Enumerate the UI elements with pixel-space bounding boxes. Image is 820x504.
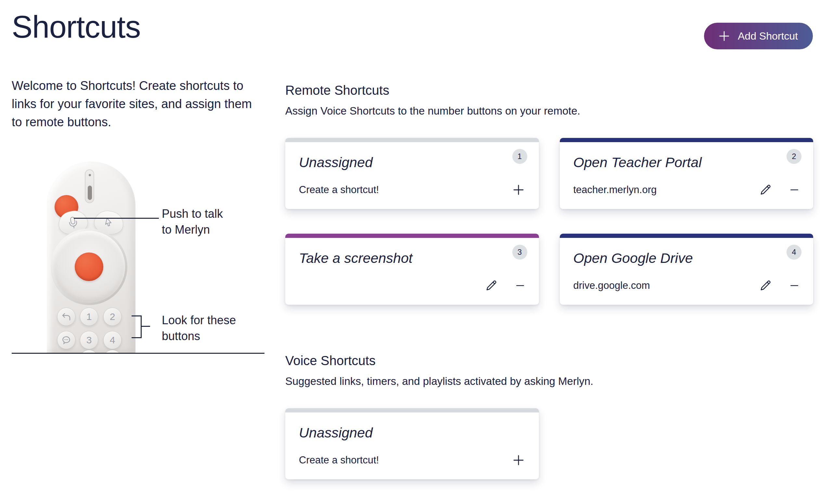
remote-button-1-label: 1 [86,311,92,322]
remove-shortcut-button[interactable] [789,185,800,195]
push-to-talk-pointer-line [74,218,159,219]
push-to-talk-line2: to Merlyn [162,222,223,238]
remote-button-partial-left [80,350,98,354]
card-url-text: drive.google.com [573,280,650,291]
minus-icon [789,185,800,195]
card-accent-bar [560,234,814,238]
bracket-middle-arm [142,326,150,327]
remote-top-slot [85,169,94,203]
edit-shortcut-button[interactable] [759,183,772,197]
remote-button-partial-right [103,350,121,354]
push-to-talk-annotation: Push to talk to Merlyn [162,206,223,238]
card-actions [512,183,525,197]
card-footer: Create a shortcut! [299,182,525,198]
remote-back-button [57,308,75,326]
minus-icon [515,280,525,291]
plus-icon [512,453,525,467]
voice-shortcut-card-1: Unassigned Create a shortcut! [285,408,539,479]
card-number-badge: 2 [787,149,801,164]
look-for-buttons-line2: buttons [162,328,236,344]
shortcut-card-3: Take a screenshot 3 [285,234,539,305]
card-footer-text: Create a shortcut! [299,454,379,466]
remote-shortcuts-heading: Remote Shortcuts [285,83,813,98]
remote-illustration: 1 2 3 4 P [12,162,265,354]
remote-chat-button [57,331,75,349]
remote-button-3-label: 3 [86,335,92,346]
page-title: Shortcuts [12,9,141,45]
shortcut-card-2: Open Teacher Portal 2 teacher.merlyn.org [560,138,814,209]
remote-select-button [75,252,103,281]
remote-button-1: 1 [80,308,98,326]
remove-shortcut-button[interactable] [515,280,525,291]
card-url-text: teacher.merlyn.org [573,184,657,196]
remote-dpad-ring [51,228,127,305]
remote-button-3: 3 [80,331,98,349]
edit-shortcut-button[interactable] [759,279,772,292]
card-footer [299,277,525,294]
bracket-vertical [141,315,142,338]
remote-led-dot [89,174,91,176]
bracket-bottom-arm [131,337,141,338]
minus-icon [789,280,800,291]
undo-arrow-icon [61,313,71,321]
push-to-talk-line1: Push to talk [162,206,223,222]
card-number-badge: 1 [512,149,527,164]
card-actions [759,279,800,292]
remove-shortcut-button[interactable] [789,280,800,291]
remote-shortcuts-subtitle: Assign Voice Shortcuts to the number but… [285,105,813,117]
remote-button-2-label: 2 [110,311,115,322]
card-title: Unassigned [299,425,503,441]
bracket-top-arm [131,315,141,316]
card-accent-bar [285,138,539,142]
card-footer-text: Create a shortcut! [299,184,379,196]
card-title: Take a screenshot [299,250,503,266]
plus-icon [512,183,525,197]
edit-shortcut-button[interactable] [484,279,498,292]
card-accent-bar [285,234,539,238]
shortcuts-page: Shortcuts Add Shortcut Welcome to Shortc… [0,0,820,504]
voice-shortcuts-grid: Unassigned Create a shortcut! [285,408,813,479]
voice-shortcuts-subtitle: Suggested links, timers, and playlists a… [285,375,813,387]
shortcuts-content: Remote Shortcuts Assign Voice Shortcuts … [285,83,813,479]
card-number-badge: 3 [512,245,527,260]
remote-dpad-dish [53,231,125,303]
remote-body: 1 2 3 4 [47,162,135,354]
look-for-buttons-line1: Look for these [162,312,236,328]
card-title: Unassigned [299,154,503,170]
remote-slider [88,186,92,200]
remote-button-2: 2 [103,308,121,326]
card-footer: teacher.merlyn.org [573,182,800,198]
pencil-icon [759,279,772,292]
remote-button-4: 4 [103,331,121,349]
voice-shortcuts-heading: Voice Shortcuts [285,353,813,368]
card-title: Open Google Drive [573,250,778,266]
shortcut-card-1: Unassigned 1 Create a shortcut! [285,138,539,209]
add-shortcut-label: Add Shortcut [738,30,798,42]
create-shortcut-button[interactable] [512,453,525,467]
chat-bubble-icon [61,335,71,345]
card-actions [484,279,525,292]
look-for-buttons-annotation: Look for these buttons [162,312,236,344]
card-accent-bar [560,138,814,142]
remote-button-4-label: 4 [110,335,115,346]
card-number-badge: 4 [787,245,801,260]
remote-shortcuts-grid: Unassigned 1 Create a shortcut! Open [285,138,813,305]
card-actions [512,453,525,467]
card-title: Open Teacher Portal [573,154,778,170]
shortcut-card-4: Open Google Drive 4 drive.google.com [560,234,814,305]
pencil-icon [759,183,772,197]
add-shortcut-button[interactable]: Add Shortcut [704,23,813,49]
create-shortcut-button[interactable] [512,183,525,197]
pencil-icon [484,279,498,292]
plus-icon [717,29,731,43]
card-accent-bar [285,408,539,412]
intro-text: Welcome to Shortcuts! Create shortcuts t… [12,77,262,131]
card-footer: drive.google.com [573,277,800,294]
card-actions [759,183,800,197]
card-footer: Create a shortcut! [299,452,525,468]
